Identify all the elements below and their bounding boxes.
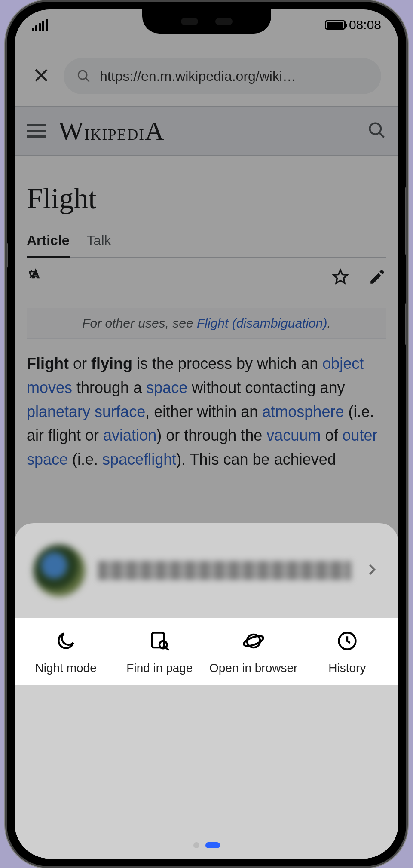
planet-icon xyxy=(242,630,265,655)
find-in-page-button[interactable]: Find in page xyxy=(113,630,206,675)
action-label: Find in page xyxy=(126,661,193,675)
page-indicator xyxy=(15,842,398,848)
moon-icon xyxy=(55,630,77,655)
action-label: Open in browser xyxy=(209,661,297,675)
account-name-redacted xyxy=(98,561,351,580)
screen: 08:08 https://en.m.wikipedia.org/wiki… W… xyxy=(15,9,398,859)
chevron-right-icon xyxy=(364,562,379,579)
action-strip: Night mode Find in page Open in browser … xyxy=(15,618,398,685)
svg-rect-2 xyxy=(152,633,164,648)
history-button[interactable]: History xyxy=(300,630,394,675)
dot-2[interactable] xyxy=(205,842,220,848)
volume-button xyxy=(405,187,408,255)
bottom-sheet: Night mode Find in page Open in browser … xyxy=(15,523,398,859)
history-icon xyxy=(336,630,358,655)
action-label: History xyxy=(328,661,366,675)
open-in-browser-button[interactable]: Open in browser xyxy=(207,630,300,675)
dot-1[interactable] xyxy=(193,842,199,848)
avatar xyxy=(34,545,85,596)
find-icon xyxy=(148,630,171,655)
phone-frame: 08:08 https://en.m.wikipedia.org/wiki… W… xyxy=(5,0,408,868)
power-button xyxy=(405,303,408,346)
action-label: Night mode xyxy=(35,661,97,675)
account-row[interactable] xyxy=(15,523,398,618)
night-mode-button[interactable]: Night mode xyxy=(19,630,113,675)
side-key xyxy=(5,242,8,268)
svg-point-5 xyxy=(242,634,264,648)
